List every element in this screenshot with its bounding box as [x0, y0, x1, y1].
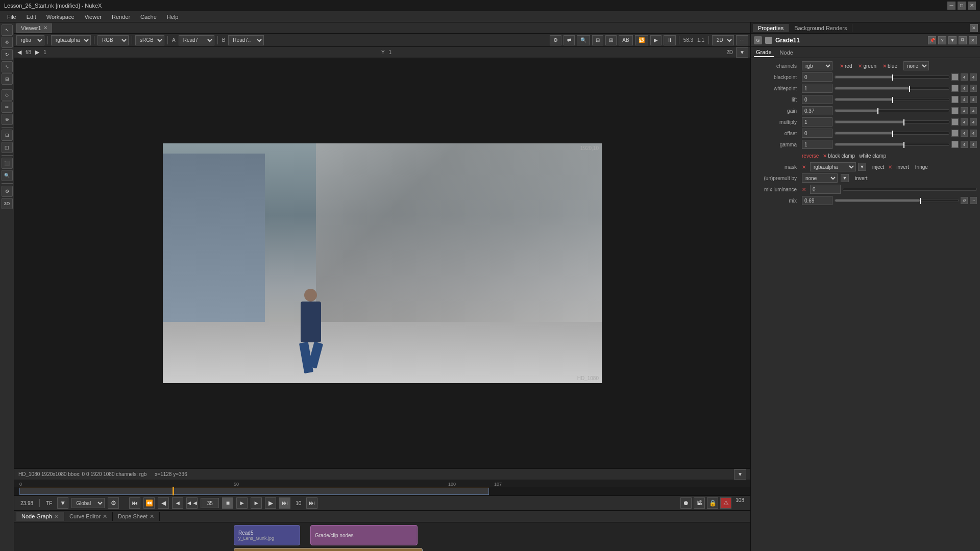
reverse-check[interactable]: reverse	[802, 153, 819, 159]
offset-input[interactable]	[802, 129, 832, 138]
blackpoint-num1[interactable]: 4	[961, 73, 968, 81]
btn-next[interactable]: ▶	[265, 497, 276, 509]
mix-luminance-input[interactable]	[810, 185, 841, 194]
blackpoint-slider[interactable]	[835, 76, 949, 79]
tool-crop[interactable]: ⊡	[2, 130, 13, 141]
tool-rotate[interactable]: ↻	[2, 49, 13, 60]
node-grade-clip[interactable]: Grade/clip nodes	[310, 525, 418, 545]
transport-lock[interactable]: 🔒	[707, 497, 718, 509]
viewer-extra-btn[interactable]: ⋯	[736, 35, 748, 45]
transport-render[interactable]: 📽	[694, 497, 705, 509]
menu-file[interactable]: File	[2, 13, 21, 21]
lift-num1[interactable]: 4	[961, 96, 968, 103]
alpha-channel-select[interactable]: rgba.alpha	[51, 35, 91, 45]
btn-stop[interactable]: ■	[222, 497, 233, 509]
lift-color[interactable]	[951, 96, 959, 103]
mask-expand-btn[interactable]: ▼	[858, 163, 866, 171]
btn-prev[interactable]: ◀	[158, 497, 169, 509]
menu-viewer[interactable]: Viewer	[80, 13, 107, 21]
btn-next-10[interactable]: ⏭	[279, 497, 290, 509]
transport-warn[interactable]: ⚠	[720, 497, 731, 509]
tool-settings[interactable]: ⚙	[2, 186, 13, 197]
mix-luminance-slider[interactable]	[843, 188, 977, 191]
viewer-ab-btn[interactable]: AB	[619, 35, 632, 45]
tool-wipe[interactable]: ◫	[2, 142, 13, 153]
btn-prev-10[interactable]: ⏪	[143, 497, 155, 509]
multiply-input[interactable]	[802, 117, 832, 127]
btn-step-fwd[interactable]: ►	[251, 497, 262, 509]
lut-select[interactable]: sRGB linear log	[135, 35, 164, 45]
gain-input[interactable]	[802, 106, 832, 115]
minimize-button[interactable]: ─	[947, 2, 955, 10]
tab-bg-renders[interactable]: Background Renders	[789, 24, 852, 32]
transport-settings[interactable]: ⚙	[108, 497, 119, 509]
props-hide-btn[interactable]: ▼	[948, 36, 957, 44]
color-model-select[interactable]: RGB HSV YCbCr	[97, 35, 129, 45]
timeline-bar[interactable]	[14, 487, 750, 496]
viewer-settings-btn[interactable]: ⚙	[550, 35, 561, 45]
frame-nav-extra[interactable]: ▼	[736, 47, 748, 58]
viewer-zoom-btn[interactable]: 🔍	[577, 35, 590, 45]
tab-node-graph[interactable]: Node Graph✕	[16, 512, 64, 521]
multiply-num1[interactable]: 4	[961, 118, 968, 126]
offset-num1[interactable]: 4	[961, 130, 968, 137]
tab-node-graph-close[interactable]: ✕	[54, 513, 59, 519]
white-clamp-check[interactable]: white clamp	[859, 153, 886, 159]
mask-select[interactable]: rgba.alpha	[810, 162, 856, 171]
tool-select[interactable]: ↖	[2, 24, 13, 36]
gain-num1[interactable]: 4	[961, 107, 968, 114]
props-pin-btn[interactable]: 📌	[928, 36, 936, 44]
channels-select[interactable]: rgba rgb alpha	[16, 35, 44, 45]
tab-curve-editor[interactable]: Curve Editor✕	[64, 512, 113, 521]
whitepoint-input[interactable]	[802, 84, 832, 93]
tool-magnify[interactable]: 🔍	[2, 170, 13, 181]
props-float-btn[interactable]: ⧉	[959, 36, 967, 44]
tool-transform[interactable]: ⊞	[2, 73, 13, 85]
lift-input[interactable]	[802, 95, 832, 104]
input-a-select[interactable]: Read7	[179, 35, 214, 45]
tab-grade[interactable]: Grade	[754, 48, 774, 57]
viewer-pause-btn[interactable]: ⏸	[664, 35, 676, 45]
menu-cache[interactable]: Cache	[135, 13, 162, 21]
multiply-num2[interactable]: 4	[970, 118, 977, 126]
mix-lum-x[interactable]: ✕	[802, 187, 806, 192]
transport-rec[interactable]: ⏺	[680, 497, 692, 509]
gamma-num2[interactable]: 4	[970, 141, 977, 148]
tab-dope-sheet[interactable]: Dope Sheet✕	[113, 512, 160, 521]
btn-frame-start[interactable]: ⏮	[129, 497, 140, 509]
props-close-btn[interactable]: ✕	[970, 24, 978, 32]
gamma-input[interactable]	[802, 140, 832, 149]
viewer-flip-btn[interactable]: ⇄	[564, 35, 575, 45]
tool-scale[interactable]: ⤡	[2, 61, 13, 72]
gain-slider[interactable]	[835, 109, 949, 112]
node-read5[interactable]: Read5 y_Lens_Gunk.jpg	[234, 525, 300, 545]
unpremult-expand-btn[interactable]: ▼	[841, 174, 849, 182]
btn-step-back[interactable]: ◄	[172, 497, 183, 509]
black-clamp-check[interactable]: ✕ black clamp	[823, 153, 855, 159]
viewer-tab-close[interactable]: ✕	[43, 25, 47, 31]
offset-slider[interactable]	[835, 132, 949, 135]
multiply-color[interactable]	[951, 118, 959, 126]
mix-reset-btn[interactable]: ↺	[961, 197, 968, 204]
gamma-color[interactable]	[951, 141, 959, 148]
viewer-loop-btn[interactable]: 🔁	[635, 35, 648, 45]
viewer-status-extra[interactable]: ▼	[734, 469, 746, 480]
blackpoint-color[interactable]	[951, 73, 959, 81]
mask-x[interactable]: ✕	[802, 164, 806, 170]
node-graph-area[interactable]: Read5 y_Lens_Gunk.jpg Grade/clip nodes B…	[14, 522, 750, 551]
gain-num2[interactable]: 4	[970, 107, 977, 114]
mix-extra-btn[interactable]: ⋯	[970, 197, 977, 204]
menu-edit[interactable]: Edit	[21, 13, 41, 21]
lift-num2[interactable]: 4	[970, 96, 977, 103]
unpremult-select[interactable]: none	[802, 173, 838, 183]
current-frame-input[interactable]	[201, 498, 219, 508]
channel-none-select[interactable]: none	[903, 61, 929, 70]
tool-clone[interactable]: ⊕	[2, 114, 13, 125]
node-backdrop[interactable]: BackdropNode19 CAMERA_SILHOUET	[234, 548, 423, 551]
viewer-play-btn[interactable]: ▶	[650, 35, 662, 45]
tab-properties[interactable]: Properties	[753, 24, 789, 32]
tool-color-picker[interactable]: ⬛	[2, 158, 13, 169]
tool-move[interactable]: ✥	[2, 37, 13, 48]
blackpoint-input[interactable]	[802, 72, 832, 82]
input-b-select[interactable]: Read7..	[228, 35, 264, 45]
